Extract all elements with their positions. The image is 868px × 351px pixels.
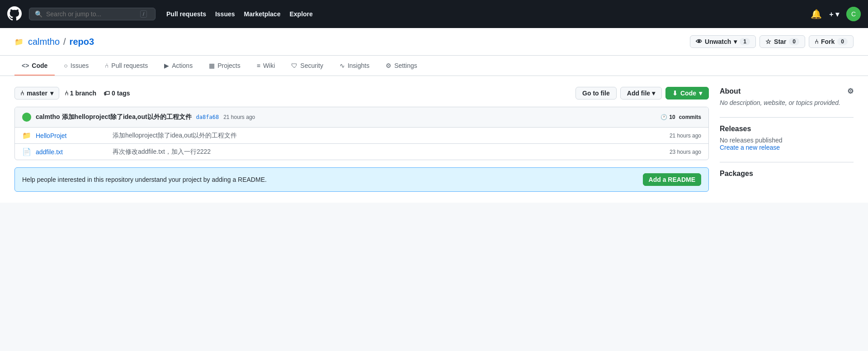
watch-label: Unwatch [705,38,731,45]
releases-title-text: Releases [720,125,751,133]
go-to-file-button[interactable]: Go to file [576,87,617,100]
topnav: 🔍 / Pull requests Issues Marketplace Exp… [0,0,868,28]
commit-msg-text: 添加helloproject除了idea,out以外的工程文件 [62,113,192,120]
file-table-header: calmtho 添加helloproject除了idea,out以外的工程文件 … [15,107,708,128]
tab-settings-label: Settings [394,62,417,69]
tab-security[interactable]: 🛡 Security [284,56,330,76]
add-file-button[interactable]: Add file ▾ [620,87,662,100]
branch-chevron: ▾ [50,90,53,97]
topnav-right: 🔔 + ▾ C [811,7,861,21]
commit-author: calmtho [36,113,60,120]
file-time: 21 hours ago [670,133,701,139]
tab-insights[interactable]: ∿ Insights [332,56,377,76]
settings-gear-icon[interactable]: ⚙ [847,87,854,95]
star-button[interactable]: ☆ Star 0 [760,35,805,48]
file-name[interactable]: HelloProjet [36,132,108,139]
releases-empty-text: No releases published [720,137,854,144]
create-new-button[interactable]: + ▾ [829,10,839,19]
nav-explore[interactable]: Explore [289,10,312,18]
tab-issues-label: Issues [71,62,89,69]
file-commit-msg: 再次修改addfile.txt，加入一行2222 [113,148,665,156]
tab-security-label: Security [300,62,323,69]
about-title: About ⚙ [720,87,854,95]
tag-icon: 🏷 [104,90,110,97]
repo-name[interactable]: repo3 [70,37,94,47]
settings-tab-icon: ⚙ [386,62,392,69]
branch-selector[interactable]: ⑃ master ▾ [14,87,59,100]
branch-count-link[interactable]: ⑃ 1 branch [65,90,96,97]
commits-count: 10 [669,114,675,120]
fork-label: Fork [821,38,835,45]
tab-insights-label: Insights [348,62,369,69]
commit-time: 21 hours ago [223,114,255,120]
search-box[interactable]: 🔍 / [29,8,156,20]
avatar[interactable]: C [846,7,861,21]
repo-sidebar: About ⚙ No description, website, or topi… [720,87,854,192]
repo-header: 📁 calmtho / repo3 👁 Unwatch ▾ 1 ☆ Star 0… [0,28,868,56]
repo-title: 📁 calmtho / repo3 [14,37,94,47]
svg-text:C: C [851,10,856,18]
tab-settings[interactable]: ⚙ Settings [378,56,425,76]
add-file-label: Add file [627,90,650,97]
tag-count: 0 [112,90,115,97]
commits-label-text: commits [679,114,701,120]
search-input[interactable] [46,10,137,18]
about-title-text: About [720,87,741,95]
branch-count: 1 [70,90,74,97]
nav-pull-requests[interactable]: Pull requests [166,10,206,18]
repo-tabs: <> Code ○ Issues ⑃ Pull requests ▶ Actio… [0,56,868,76]
issues-tab-icon: ○ [64,62,67,69]
search-icon: 🔍 [35,10,42,18]
notifications-icon[interactable]: 🔔 [811,9,822,19]
fork-button[interactable]: ⑃ Fork 0 [809,35,854,48]
file-name[interactable]: addfile.txt [36,148,108,156]
sidebar-about: About ⚙ No description, website, or topi… [720,87,854,106]
add-file-chevron: ▾ [652,90,655,97]
tab-actions-label: Actions [172,62,193,69]
watch-chevron: ▾ [734,38,737,45]
tab-wiki-label: Wiki [263,62,275,69]
branch-label-text: branch [75,90,97,97]
releases-title: Releases [720,125,854,133]
tab-issues[interactable]: ○ Issues [57,56,96,76]
repo-separator: / [63,37,66,47]
add-readme-button[interactable]: Add a README [643,173,701,186]
repo-icon: 📁 [14,38,24,46]
tab-pull-requests[interactable]: ⑃ Pull requests [98,56,155,76]
create-release-link[interactable]: Create a new release [720,144,780,151]
tab-projects[interactable]: ▦ Projects [202,56,248,76]
nav-marketplace[interactable]: Marketplace [244,10,281,18]
search-shortcut: / [140,10,147,18]
nav-issues[interactable]: Issues [215,10,235,18]
repo-owner[interactable]: calmtho [28,37,60,47]
github-logo[interactable] [7,6,22,22]
watch-count: 1 [740,38,750,45]
tab-code[interactable]: <> Code [14,56,55,76]
tag-label-text: tags [117,90,130,97]
branch-row: ⑃ master ▾ ⑃ 1 branch 🏷 0 tags [14,87,709,100]
topnav-links: Pull requests Issues Marketplace Explore [166,10,313,18]
latest-commit-message: calmtho 添加helloproject除了idea,out以外的工程文件 [36,113,192,121]
tab-actions[interactable]: ▶ Actions [157,56,200,76]
star-icon: ☆ [765,38,771,45]
commit-hash[interactable]: da8fa68 [196,114,219,120]
code-tab-icon: <> [22,62,29,69]
file-commit-msg: 添加helloproject除了idea,out以外的工程文件 [113,132,665,140]
commit-author-avatar [22,113,31,122]
code-button[interactable]: ⬇ Code ▾ [665,87,709,100]
tab-wiki[interactable]: ≡ Wiki [250,56,283,76]
branch-left: ⑃ master ▾ ⑃ 1 branch 🏷 0 tags [14,87,130,100]
pr-tab-icon: ⑃ [105,62,108,69]
commits-link[interactable]: 🕐 10 commits [660,114,701,120]
insights-tab-icon: ∿ [340,62,345,69]
sidebar-divider-2 [720,162,854,162]
fork-count: 0 [837,38,848,45]
tags-count-link[interactable]: 🏷 0 tags [104,90,130,97]
table-row: 📁 HelloProjet 添加helloproject除了idea,out以外… [15,128,708,144]
clock-icon: 🕐 [660,114,667,120]
sidebar-divider-1 [720,117,854,118]
sidebar-releases: Releases No releases published Create a … [720,125,854,151]
branch-icon-small: ⑃ [65,90,68,97]
about-description: No description, website, or topics provi… [720,99,854,106]
watch-button[interactable]: 👁 Unwatch ▾ 1 [690,35,756,48]
